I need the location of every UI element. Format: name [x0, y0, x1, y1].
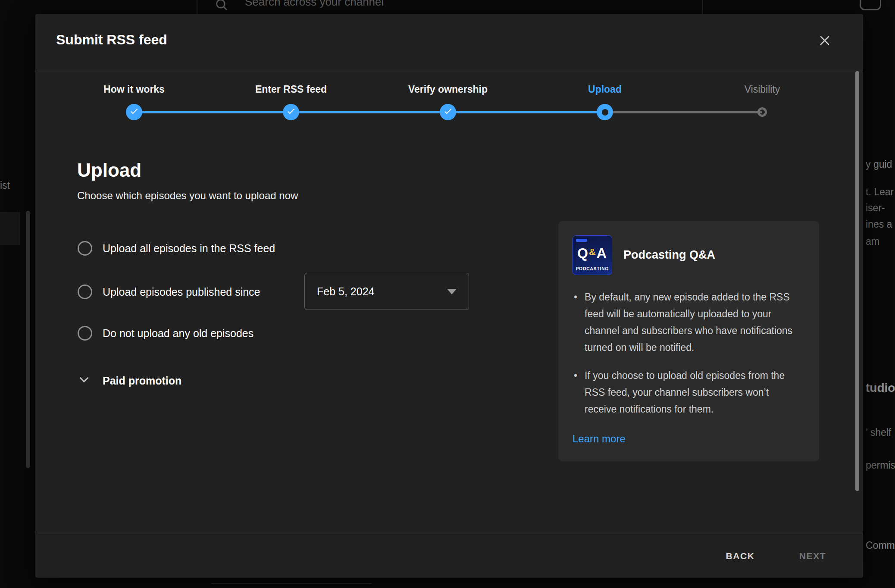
date-dropdown-value: Feb 5, 2024 — [317, 285, 374, 298]
radio-label: Upload all episodes in the RSS feed — [103, 242, 275, 255]
step-label-upload: Upload — [536, 84, 674, 95]
paid-promotion-label: Paid promotion — [103, 375, 182, 387]
bullet-dot: • — [574, 289, 577, 356]
step-circle-upcoming — [757, 107, 767, 117]
learn-more-link[interactable]: Learn more — [573, 433, 626, 445]
progress-line-completed — [134, 111, 605, 113]
radio-label: Do not upload any old episodes — [103, 327, 253, 340]
chevron-down-icon — [77, 372, 91, 389]
close-icon — [817, 43, 832, 50]
step-circle-current — [597, 104, 613, 120]
thumbnail-caption: PODCASTING — [573, 266, 612, 271]
radio-option-no-old-episodes[interactable]: Do not upload any old episodes — [78, 326, 253, 341]
section-subheading: Choose which episodes you want to upload… — [77, 190, 298, 202]
bullet-text: If you choose to upload old episodes fro… — [585, 367, 798, 418]
radio-option-published-since[interactable]: Upload episodes published since — [78, 285, 260, 299]
bullet-item: • If you choose to upload old episodes f… — [574, 367, 809, 418]
step-label-verify-ownership: Verify ownership — [379, 84, 517, 95]
paid-promotion-toggle[interactable]: Paid promotion — [77, 372, 182, 389]
next-button[interactable]: NEXT — [780, 545, 845, 567]
radio-circle — [78, 241, 92, 256]
check-icon — [286, 106, 296, 118]
section-heading: Upload — [77, 160, 141, 181]
thumbnail-logo-mark — [576, 239, 587, 242]
step-circle-complete — [126, 104, 142, 120]
step-circle-complete — [440, 104, 456, 120]
podcast-info-card: Q&A PODCASTING Podcasting Q&A • By defau… — [558, 221, 819, 461]
check-icon — [129, 106, 139, 118]
info-bullet-list: • By default, any new episode added to t… — [574, 289, 809, 429]
dialog-title: Submit RSS feed — [56, 32, 167, 48]
check-icon — [443, 106, 453, 118]
radio-circle — [78, 285, 92, 299]
thumbnail-title-text: Q&A — [573, 246, 612, 260]
header-divider — [35, 70, 863, 70]
step-label-enter-rss-feed: Enter RSS feed — [222, 84, 360, 95]
step-circle-hole — [602, 109, 608, 116]
progress-line-upcoming — [605, 111, 762, 113]
footer-divider — [35, 534, 863, 534]
back-button[interactable]: BACK — [708, 545, 773, 567]
bullet-dot: • — [574, 367, 577, 418]
podcast-thumbnail: Q&A PODCASTING — [573, 235, 612, 275]
dialog-scrollbar[interactable] — [855, 71, 859, 491]
screen: Search across your channel ist y guid t.… — [0, 0, 895, 588]
bullet-item: • By default, any new episode added to t… — [574, 289, 809, 356]
dropdown-caret-icon — [447, 289, 457, 294]
radio-option-upload-all[interactable]: Upload all episodes in the RSS feed — [78, 241, 275, 256]
close-button[interactable] — [814, 30, 836, 52]
submit-rss-feed-dialog: Submit RSS feed How it works Enter RSS f… — [35, 14, 863, 578]
date-dropdown[interactable]: Feb 5, 2024 — [304, 273, 469, 310]
radio-label: Upload episodes published since — [103, 286, 260, 298]
podcast-title: Podcasting Q&A — [623, 248, 715, 262]
radio-circle — [78, 326, 92, 341]
step-circle-complete — [283, 104, 299, 120]
step-label-visibility: Visibility — [693, 84, 831, 95]
step-label-how-it-works: How it works — [65, 84, 203, 95]
bullet-text: By default, any new episode added to the… — [585, 289, 798, 356]
